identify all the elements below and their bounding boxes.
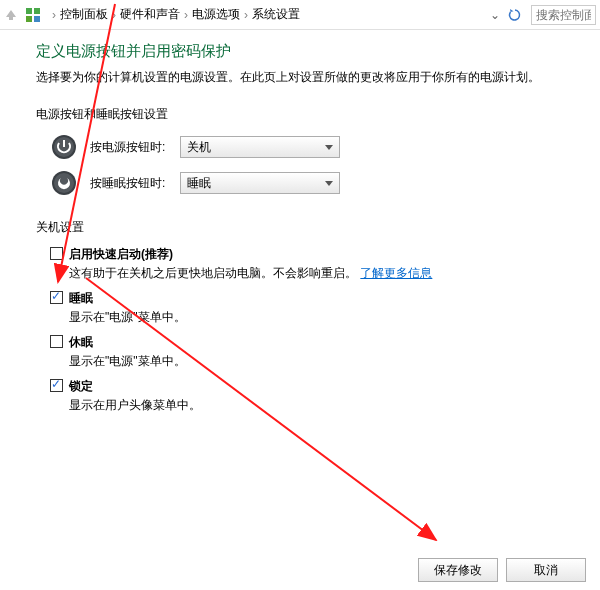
- breadcrumb-item[interactable]: 控制面板: [60, 6, 108, 23]
- power-button-label: 按电源按钮时:: [90, 139, 180, 156]
- sleep-option-desc: 显示在"电源"菜单中。: [69, 309, 570, 326]
- sleep-option-label: 睡眠: [69, 290, 93, 307]
- sleep-button-row: 按睡眠按钮时: 睡眠: [50, 169, 570, 197]
- cancel-button[interactable]: 取消: [506, 558, 586, 582]
- content-area: 定义电源按钮并启用密码保护 选择要为你的计算机设置的电源设置。在此页上对设置所做…: [0, 30, 600, 414]
- lock-option-label: 锁定: [69, 378, 93, 395]
- power-button-row: 按电源按钮时: 关机: [50, 133, 570, 161]
- hibernate-checkbox[interactable]: [50, 335, 63, 348]
- fast-startup-checkbox[interactable]: [50, 247, 63, 260]
- chevron-right-icon: ›: [52, 8, 56, 22]
- breadcrumb-item[interactable]: 电源选项: [192, 6, 240, 23]
- fast-startup-desc: 这有助于在关机之后更快地启动电脑。不会影响重启。 了解更多信息: [69, 265, 570, 282]
- sleep-icon: [50, 169, 78, 197]
- control-panel-icon: [24, 6, 42, 24]
- chevron-down-icon[interactable]: ⌄: [487, 8, 503, 22]
- button-section-title: 电源按钮和睡眠按钮设置: [36, 106, 570, 123]
- search-input[interactable]: [531, 5, 596, 25]
- footer-buttons: 保存修改 取消: [418, 558, 586, 582]
- save-button[interactable]: 保存修改: [418, 558, 498, 582]
- breadcrumb-item[interactable]: 硬件和声音: [120, 6, 180, 23]
- learn-more-link[interactable]: 了解更多信息: [360, 266, 432, 280]
- lock-checkbox[interactable]: [50, 379, 63, 392]
- sleep-checkbox[interactable]: [50, 291, 63, 304]
- lock-option-desc: 显示在用户头像菜单中。: [69, 397, 570, 414]
- address-bar: › 控制面板 › 硬件和声音 › 电源选项 › 系统设置 ⌄: [0, 0, 600, 30]
- chevron-right-icon: ›: [112, 8, 116, 22]
- sleep-button-label: 按睡眠按钮时:: [90, 175, 180, 192]
- page-subtitle: 选择要为你的计算机设置的电源设置。在此页上对设置所做的更改将应用于你所有的电源计…: [36, 69, 570, 86]
- refresh-icon[interactable]: [507, 7, 523, 23]
- hibernate-option-desc: 显示在"电源"菜单中。: [69, 353, 570, 370]
- chevron-right-icon: ›: [184, 8, 188, 22]
- svg-rect-3: [34, 16, 40, 22]
- svg-rect-2: [26, 16, 32, 22]
- svg-rect-0: [26, 8, 32, 14]
- power-button-select[interactable]: 关机: [180, 136, 340, 158]
- power-icon: [50, 133, 78, 161]
- sleep-button-select[interactable]: 睡眠: [180, 172, 340, 194]
- svg-rect-1: [34, 8, 40, 14]
- breadcrumb-item[interactable]: 系统设置: [252, 6, 300, 23]
- hibernate-option-label: 休眠: [69, 334, 93, 351]
- svg-point-7: [54, 173, 74, 193]
- up-arrow-icon[interactable]: [4, 8, 18, 22]
- chevron-right-icon: ›: [244, 8, 248, 22]
- fast-startup-label: 启用快速启动(推荐): [69, 246, 173, 263]
- page-title: 定义电源按钮并启用密码保护: [36, 42, 570, 61]
- shutdown-section-title: 关机设置: [36, 219, 570, 236]
